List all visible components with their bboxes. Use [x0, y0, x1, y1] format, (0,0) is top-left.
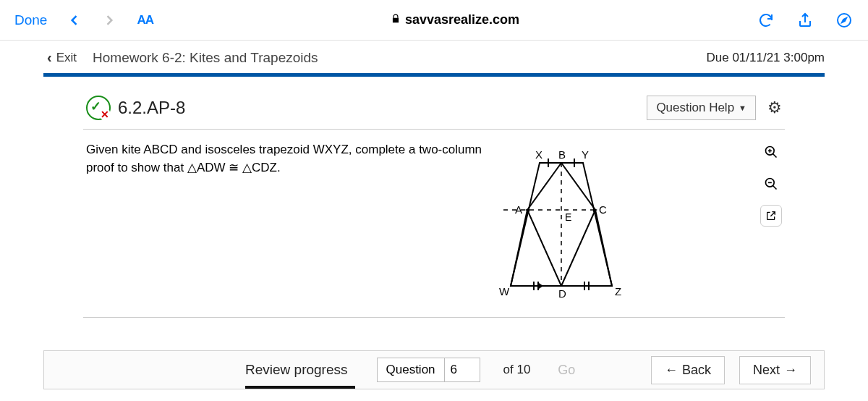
zoom-in-button[interactable] — [760, 141, 782, 163]
question-id: 6.2.AP-8 — [118, 98, 185, 118]
assignment-header: ‹ Exit Homework 6-2: Kites and Trapezoid… — [0, 41, 868, 73]
exit-button[interactable]: ‹ Exit — [47, 49, 77, 66]
done-button[interactable]: Done — [14, 12, 47, 28]
svg-text:D: D — [558, 287, 566, 300]
review-progress-tab[interactable]: Review progress — [245, 362, 348, 378]
zoom-out-button[interactable] — [760, 173, 782, 195]
footer-bar: Review progress Question of 10 Go ← Back… — [43, 350, 825, 389]
svg-text:E: E — [565, 211, 571, 223]
svg-text:W: W — [499, 285, 510, 297]
next-button[interactable]: Next → — [739, 356, 811, 384]
svg-line-6 — [595, 210, 612, 286]
share-icon[interactable] — [796, 11, 814, 30]
svg-line-32 — [773, 186, 777, 190]
url-text: savvasrealize.com — [405, 12, 519, 28]
question-card: 6.2.AP-8 Question Help ⚙ Given kite ABCD… — [83, 91, 785, 318]
arrow-right-icon: → — [784, 363, 797, 378]
question-nav: Question — [377, 358, 480, 382]
arrow-left-icon: ← — [665, 363, 678, 378]
go-button[interactable]: Go — [558, 363, 575, 378]
svg-line-9 — [527, 163, 561, 210]
lock-icon — [391, 14, 401, 27]
compass-icon[interactable] — [835, 11, 854, 30]
svg-text:X: X — [535, 148, 542, 161]
svg-line-10 — [561, 163, 595, 210]
question-number-input[interactable] — [444, 358, 480, 382]
browser-bar: Done AA savvasrealize.com — [0, 0, 868, 41]
svg-text:B: B — [558, 148, 566, 161]
svg-line-28 — [773, 154, 777, 158]
svg-line-5 — [511, 210, 527, 286]
svg-text:Z: Z — [615, 285, 621, 297]
card-body: Given kite ABCD and isosceles trapezoid … — [83, 130, 785, 318]
question-prompt: Given kite ABCD and isosceles trapezoid … — [86, 141, 482, 317]
svg-marker-17 — [539, 283, 543, 289]
popout-button[interactable] — [760, 205, 782, 227]
svg-line-7 — [527, 210, 561, 286]
assignment-title: Homework 6-2: Kites and Trapezoids — [93, 50, 318, 66]
back-button[interactable]: ← Back — [651, 356, 725, 384]
progress-bar — [43, 73, 825, 77]
back-label: Back — [682, 363, 711, 378]
svg-text:A: A — [515, 203, 522, 216]
svg-text:C: C — [599, 203, 607, 216]
back-icon[interactable] — [67, 13, 82, 28]
due-date: Due 01/11/21 3:00pm — [706, 51, 846, 65]
question-help-button[interactable]: Question Help — [647, 96, 756, 120]
chevron-left-icon: ‹ — [47, 49, 52, 66]
text-size-button[interactable]: AA — [137, 13, 153, 28]
status-icon — [86, 96, 111, 120]
svg-marker-1 — [842, 18, 846, 22]
next-label: Next — [753, 363, 780, 378]
figure: X B Y A C E W D Z — [503, 141, 634, 317]
forward-icon — [102, 13, 116, 28]
question-help-label: Question Help — [656, 101, 734, 115]
gear-icon[interactable]: ⚙ — [767, 98, 782, 117]
question-total: of 10 — [503, 363, 531, 377]
question-label: Question — [377, 358, 444, 382]
url-bar[interactable]: savvasrealize.com — [174, 12, 736, 28]
reload-icon[interactable] — [757, 11, 775, 30]
card-header: 6.2.AP-8 Question Help ⚙ — [83, 91, 785, 130]
svg-text:Y: Y — [582, 148, 589, 161]
exit-label: Exit — [56, 51, 77, 65]
figure-tools — [760, 141, 782, 317]
